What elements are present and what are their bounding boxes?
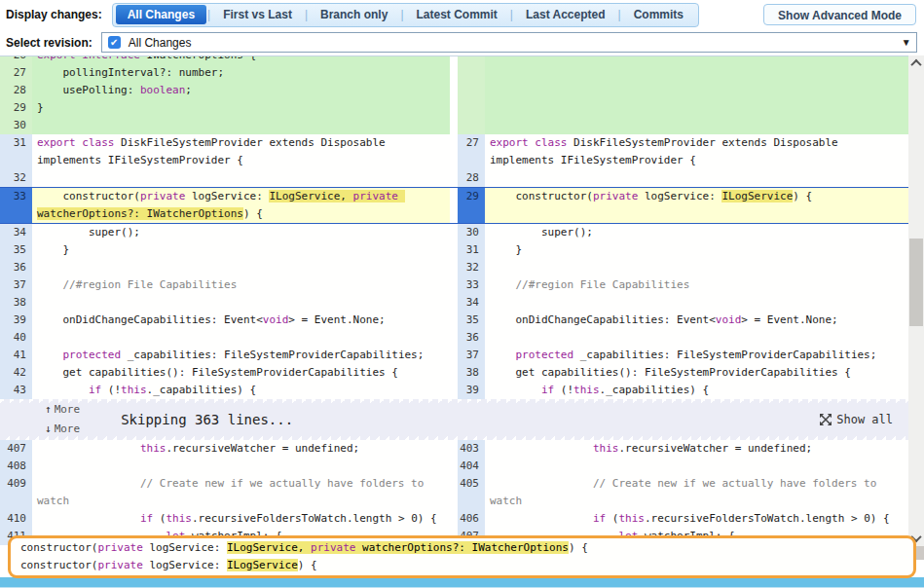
right-code-line[interactable]: get capabilities(): FileSystemProviderCa… (485, 364, 908, 382)
left-line-number[interactable]: 410 (0, 510, 32, 528)
left-line-number[interactable]: 27 (0, 64, 32, 82)
tab-latest-commit[interactable]: Latest Commit (405, 5, 509, 24)
right-line-number[interactable]: 37 (458, 347, 485, 364)
left-line-number[interactable]: 34 (0, 224, 32, 241)
left-line-number[interactable]: 35 (0, 241, 32, 259)
right-line-number[interactable] (458, 64, 485, 82)
diff-row[interactable]: 29} (0, 99, 908, 117)
vertical-scrollbar-thumb[interactable] (909, 239, 923, 326)
left-code-line[interactable]: super(); (32, 224, 450, 241)
right-line-number[interactable] (458, 82, 485, 99)
left-code-line[interactable]: if (this.recursiveFoldersToWatch.length … (32, 510, 450, 528)
left-line-number[interactable]: 36 (0, 259, 32, 276)
right-code-line[interactable]: } (485, 241, 908, 259)
scroll-up-button[interactable] (908, 55, 924, 71)
left-code-line[interactable]: //#region File Capabilities (32, 276, 450, 294)
left-code-line[interactable]: get capabilities(): FileSystemProviderCa… (32, 364, 450, 382)
left-line-number[interactable]: 38 (0, 294, 32, 312)
show-all-button[interactable]: Show all (820, 411, 893, 428)
left-code-line[interactable]: usePolling: boolean; (32, 82, 450, 99)
left-code-line[interactable] (32, 169, 450, 187)
left-code-line[interactable]: } (32, 99, 450, 117)
left-code-line[interactable]: protected _capabilities: FileSystemProvi… (32, 347, 450, 364)
revision-dropdown[interactable]: ✔ All Changes ▼ (101, 32, 917, 53)
left-code-line[interactable]: constructor(private logService: ILogServ… (32, 188, 450, 223)
right-line-number[interactable]: 27 (458, 134, 485, 169)
left-line-number[interactable]: 41 (0, 347, 32, 364)
right-code-line[interactable]: this.recursiveWatcher = undefined; (485, 440, 908, 458)
show-advanced-mode-button[interactable]: Show Advanced Mode (763, 4, 916, 25)
diff-row[interactable]: 41 protected _capabilities: FileSystemPr… (0, 347, 908, 364)
right-code-line[interactable]: super(); (485, 224, 908, 241)
left-code-line[interactable]: if (!this._capabilities) { (32, 382, 450, 399)
left-line-number[interactable]: 28 (0, 82, 32, 99)
right-code-line[interactable]: onDidChangeCapabilities: Event<void> = E… (485, 312, 908, 329)
right-line-number[interactable]: 405 (458, 475, 485, 510)
right-line-number[interactable]: 31 (458, 241, 485, 259)
right-code-line[interactable] (485, 294, 908, 312)
diff-row[interactable]: 33 constructor(private logService: ILogS… (0, 187, 908, 224)
right-code-line[interactable]: //#region File Capabilities (485, 276, 908, 294)
right-line-number[interactable]: 39 (458, 382, 485, 399)
right-line-number[interactable]: 28 (458, 169, 485, 187)
left-line-number[interactable]: 31 (0, 134, 32, 169)
right-code-line[interactable] (485, 64, 908, 82)
left-code-line[interactable] (32, 117, 450, 134)
diff-row[interactable]: 3632 (0, 259, 908, 276)
right-line-number[interactable] (458, 99, 485, 117)
left-line-number[interactable]: 26 (0, 56, 32, 64)
right-code-line[interactable] (485, 56, 908, 64)
right-code-line[interactable]: protected _capabilities: FileSystemProvi… (485, 347, 908, 364)
right-code-line[interactable]: if (this.recursiveFoldersToWatch.length … (485, 510, 908, 528)
diff-row[interactable]: 39 onDidChangeCapabilities: Event<void> … (0, 312, 908, 329)
tab-all-changes[interactable]: All Changes (116, 5, 206, 24)
right-line-number[interactable]: 34 (458, 294, 485, 312)
right-line-number[interactable] (458, 117, 485, 134)
checkbox-checked-icon[interactable]: ✔ (108, 36, 121, 49)
tab-first-vs-last[interactable]: First vs Last (211, 5, 304, 24)
right-line-number[interactable]: 406 (458, 510, 485, 528)
left-line-number[interactable]: 32 (0, 169, 32, 187)
diff-row[interactable]: 3834 (0, 294, 908, 312)
diff-row[interactable]: 28 usePolling: boolean; (0, 82, 908, 99)
left-code-line[interactable]: // Create new if we actually have folder… (32, 475, 450, 510)
more-up-button[interactable]: ↑ More (45, 401, 80, 419)
right-line-number[interactable]: 36 (458, 329, 485, 347)
diff-row[interactable]: 43 if (!this._capabilities) {39 if (!thi… (0, 382, 908, 399)
diff-row[interactable]: 4036 (0, 329, 908, 347)
left-line-number[interactable]: 37 (0, 276, 32, 294)
right-line-number[interactable]: 38 (458, 364, 485, 382)
right-line-number[interactable]: 30 (458, 224, 485, 241)
right-code-line[interactable] (485, 82, 908, 99)
right-line-number[interactable] (458, 56, 485, 64)
left-code-line[interactable]: export interface IWatcherOptions { (32, 56, 450, 64)
left-code-line[interactable] (32, 259, 450, 276)
right-code-line[interactable] (485, 117, 908, 134)
diff-row[interactable]: 3228 (0, 169, 908, 187)
diff-row[interactable]: 408404 (0, 458, 908, 475)
vertical-scrollbar[interactable] (908, 55, 924, 546)
left-line-number[interactable]: 29 (0, 99, 32, 117)
right-code-line[interactable] (485, 259, 908, 276)
left-line-number[interactable]: 42 (0, 364, 32, 382)
tab-commits[interactable]: Commits (622, 5, 695, 24)
horizontal-scrollbar-thumb[interactable] (0, 577, 924, 587)
diff-row[interactable]: 409 // Create new if we actually have fo… (0, 475, 908, 510)
right-code-line[interactable]: export class DiskFileSystemProvider exte… (485, 134, 908, 169)
diff-row[interactable]: 410 if (this.recursiveFoldersToWatch.len… (0, 510, 908, 528)
right-line-number[interactable]: 33 (458, 276, 485, 294)
diff-row[interactable]: 35 }31 } (0, 241, 908, 259)
right-line-number[interactable]: 29 (458, 188, 485, 223)
diff-row[interactable]: 34 super();30 super(); (0, 224, 908, 241)
right-code-line[interactable] (485, 169, 908, 187)
left-code-line[interactable]: this.recursiveWatcher = undefined; (32, 440, 450, 458)
left-code-line[interactable] (32, 458, 450, 475)
left-code-line[interactable] (32, 294, 450, 312)
left-code-line[interactable]: onDidChangeCapabilities: Event<void> = E… (32, 312, 450, 329)
left-line-number[interactable]: 408 (0, 458, 32, 475)
tab-last-accepted[interactable]: Last Accepted (514, 5, 617, 24)
left-code-line[interactable]: export class DiskFileSystemProvider exte… (32, 134, 450, 169)
diff-row[interactable]: 30 (0, 117, 908, 134)
right-code-line[interactable] (485, 99, 908, 117)
diff-row[interactable]: 31export class DiskFileSystemProvider ex… (0, 134, 908, 169)
